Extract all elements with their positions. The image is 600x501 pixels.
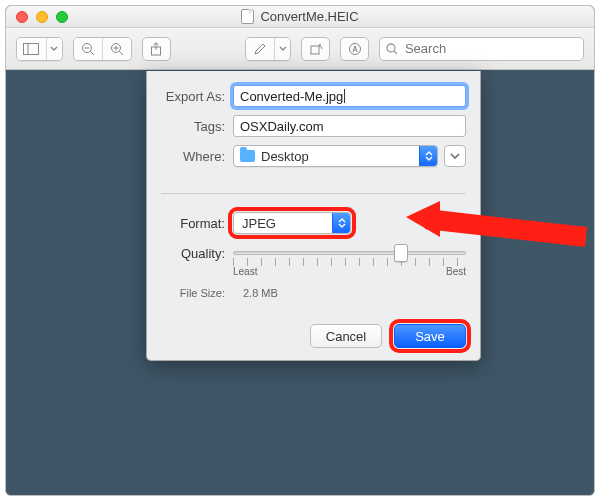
- tags-label: Tags:: [161, 119, 233, 134]
- toolbar: [6, 28, 594, 70]
- svg-rect-11: [311, 46, 319, 54]
- tags-field[interactable]: OSXDaily.com: [233, 115, 466, 137]
- chevron-down-icon[interactable]: [46, 38, 62, 60]
- format-popup[interactable]: JPEG: [233, 212, 351, 234]
- svg-rect-0: [24, 43, 39, 54]
- zoom-out-icon[interactable]: [74, 38, 103, 60]
- sidebar-toggle-icon[interactable]: [17, 38, 46, 60]
- traffic-light-zoom[interactable]: [56, 11, 68, 23]
- cancel-button[interactable]: Cancel: [310, 324, 382, 348]
- slider-track: [233, 251, 466, 255]
- rotate-button[interactable]: [301, 37, 330, 61]
- tags-value: OSXDaily.com: [240, 119, 324, 134]
- quality-label: Quality:: [161, 246, 233, 261]
- document-icon: [241, 9, 254, 24]
- markup-segment[interactable]: [245, 37, 292, 61]
- quality-least-label: Least: [233, 266, 257, 277]
- format-value: JPEG: [242, 216, 276, 231]
- updown-arrows-icon: [332, 213, 350, 233]
- search-input[interactable]: [403, 40, 577, 57]
- updown-arrows-icon: [419, 146, 437, 166]
- slider-thumb[interactable]: [394, 244, 408, 262]
- svg-line-6: [119, 51, 123, 55]
- format-label: Format:: [161, 216, 233, 231]
- zoom-segment[interactable]: [73, 37, 132, 61]
- save-button[interactable]: Save: [394, 324, 466, 348]
- traffic-light-close[interactable]: [16, 11, 28, 23]
- svg-point-13: [387, 44, 395, 52]
- quality-slider[interactable]: [233, 242, 466, 264]
- zoom-in-icon[interactable]: [102, 38, 131, 60]
- file-size-value: 2.8 MB: [243, 287, 278, 299]
- share-button[interactable]: [142, 37, 171, 61]
- where-disclosure-button[interactable]: [444, 145, 466, 167]
- window-title: ConvertMe.HEIC: [260, 9, 358, 24]
- export-as-value: Converted-Me.jpg: [240, 89, 343, 104]
- svg-line-3: [90, 51, 94, 55]
- export-as-label: Export As:: [161, 89, 233, 104]
- quality-best-label: Best: [446, 266, 466, 277]
- slider-ticks: [233, 258, 466, 266]
- where-popup[interactable]: Desktop: [233, 145, 438, 167]
- sidebar-view-segment[interactable]: [16, 37, 63, 61]
- file-size-label: File Size:: [161, 287, 233, 299]
- text-caret: [344, 89, 345, 103]
- export-as-field[interactable]: Converted-Me.jpg: [233, 85, 466, 107]
- chevron-down-icon[interactable]: [274, 38, 290, 60]
- search-field[interactable]: [379, 37, 584, 61]
- save-sheet: Export As: Converted-Me.jpg Tags: OSXDai…: [146, 71, 481, 361]
- where-value: Desktop: [261, 149, 309, 164]
- folder-icon: [240, 150, 255, 162]
- traffic-light-minimize[interactable]: [36, 11, 48, 23]
- window-titlebar: ConvertMe.HEIC: [6, 6, 594, 28]
- svg-line-14: [394, 51, 397, 54]
- markup-toolbar-button[interactable]: [340, 37, 369, 61]
- where-label: Where:: [161, 149, 233, 164]
- sheet-divider: [161, 193, 466, 194]
- pencil-icon[interactable]: [246, 38, 275, 60]
